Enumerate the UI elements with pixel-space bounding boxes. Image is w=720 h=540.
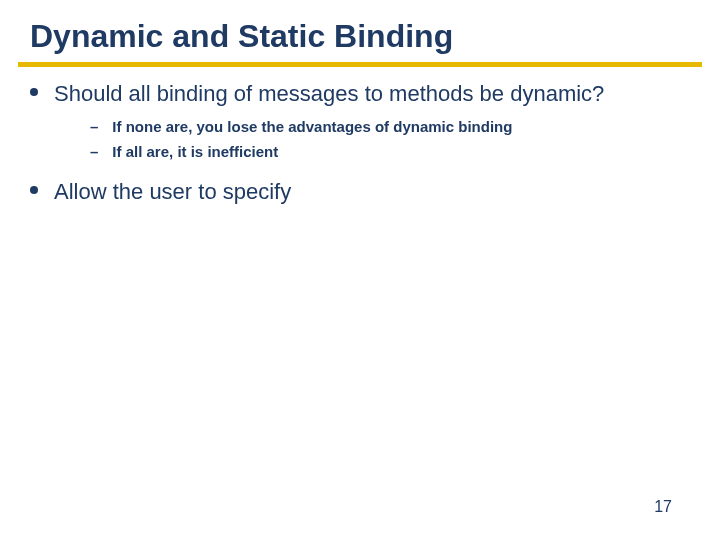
- page-number: 17: [654, 498, 672, 516]
- bullet-level1: Allow the user to specify: [30, 178, 690, 206]
- bullet-level2: – If all are, it is inefficient: [90, 141, 690, 162]
- bullet-level1: Should all binding of messages to method…: [30, 80, 690, 108]
- bullet-text: Allow the user to specify: [54, 178, 291, 206]
- slide-content: Should all binding of messages to method…: [30, 80, 690, 211]
- title-underline: [18, 62, 702, 67]
- bullet-text: Should all binding of messages to method…: [54, 80, 604, 108]
- sub-bullet-text: If all are, it is inefficient: [112, 141, 278, 162]
- bullet-icon: [30, 186, 38, 194]
- dash-icon: –: [90, 116, 98, 137]
- slide-title: Dynamic and Static Binding: [30, 18, 453, 55]
- sub-bullet-text: If none are, you lose the advantages of …: [112, 116, 512, 137]
- bullet-level2: – If none are, you lose the advantages o…: [90, 116, 690, 137]
- sub-bullets: – If none are, you lose the advantages o…: [90, 116, 690, 162]
- bullet-icon: [30, 88, 38, 96]
- dash-icon: –: [90, 141, 98, 162]
- slide: Dynamic and Static Binding Should all bi…: [0, 0, 720, 540]
